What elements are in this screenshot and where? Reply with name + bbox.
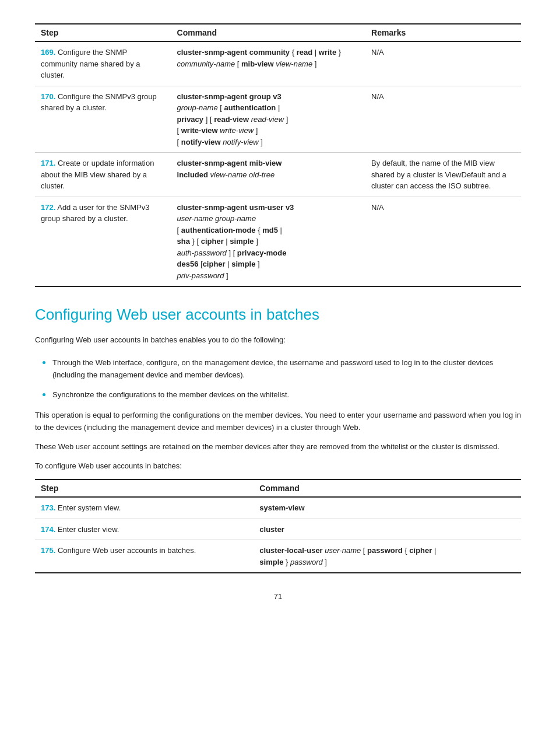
table-row: 170. Configure the SNMPv3 group shared b… (35, 86, 521, 153)
command-170: cluster-snmp-agent group v3 group-name [… (171, 86, 366, 153)
table1-header-command: Command (171, 24, 366, 41)
table-row: 172. Add a user for the SNMPv3 group sha… (35, 197, 521, 286)
step-number: 175. (41, 546, 55, 555)
section-para3: To configure Web user accounts in batche… (35, 460, 521, 473)
remarks-171: By default, the name of the MIB view sha… (365, 153, 521, 197)
table-row: 175. Configure Web user accounts in batc… (35, 540, 521, 573)
list-item: Synchronize the configurations to the me… (52, 386, 521, 401)
step-number: 171. (41, 159, 55, 167)
table2-header-command: Command (254, 480, 521, 497)
remarks-169: N/A (365, 41, 521, 86)
step-text: Enter cluster view. (58, 525, 119, 534)
step-text: Configure the SNMPv3 group shared by a c… (41, 92, 157, 113)
step-text: Enter system view. (58, 503, 121, 512)
section-heading: Configuring Web user accounts in batches (35, 306, 521, 324)
step-175: 175. Configure Web user accounts in batc… (35, 540, 254, 573)
step-170: 170. Configure the SNMPv3 group shared b… (35, 86, 171, 153)
table-row: 169. Configure the SNMP community name s… (35, 41, 521, 86)
command-171: cluster-snmp-agent mib-view included vie… (171, 153, 366, 197)
step-171: 171. Create or update information about … (35, 153, 171, 197)
remarks-170: N/A (365, 86, 521, 153)
step-number: 173. (41, 503, 55, 512)
command-174: cluster (254, 519, 521, 540)
step-number: 172. (41, 203, 55, 212)
section-para1: This operation is equal to performing th… (35, 410, 521, 434)
command-172: cluster-snmp-agent usm-user v3 user-name… (171, 197, 366, 286)
step-174: 174. Enter cluster view. (35, 519, 254, 540)
table-2: Step Command 173. Enter system view. sys… (35, 479, 521, 573)
step-number: 169. (41, 48, 55, 57)
step-173: 173. Enter system view. (35, 497, 254, 519)
remarks-172: N/A (365, 197, 521, 286)
step-169: 169. Configure the SNMP community name s… (35, 41, 171, 86)
table-row: 173. Enter system view. system-view (35, 497, 521, 519)
page-number: 71 (35, 592, 521, 601)
command-173: system-view (254, 497, 521, 519)
step-text: Configure Web user accounts in batches. (58, 546, 196, 555)
list-item: Through the Web interface, configure, on… (52, 354, 521, 382)
step-172: 172. Add a user for the SNMPv3 group sha… (35, 197, 171, 286)
section-para2: These Web user account settings are reta… (35, 441, 521, 453)
step-text: Configure the SNMP community name shared… (41, 48, 140, 79)
table-row: 174. Enter cluster view. cluster (35, 519, 521, 540)
section-intro: Configuring Web user accounts in batches… (35, 334, 521, 346)
table2-header-step: Step (35, 480, 254, 497)
bullet-list: Through the Web interface, configure, on… (52, 354, 521, 401)
step-number: 170. (41, 92, 55, 101)
table-1: Step Command Remarks 169. Configure the … (35, 23, 521, 287)
command-169: cluster-snmp-agent community { read | wr… (171, 41, 366, 86)
table1-header-step: Step (35, 24, 171, 41)
table-row: 171. Create or update information about … (35, 153, 521, 197)
step-number: 174. (41, 525, 55, 534)
step-text: Add a user for the SNMPv3 group shared b… (41, 203, 149, 223)
command-175: cluster-local-user user-name [ password … (254, 540, 521, 573)
step-text: Create or update information about the M… (41, 159, 154, 190)
table1-header-remarks: Remarks (365, 24, 521, 41)
